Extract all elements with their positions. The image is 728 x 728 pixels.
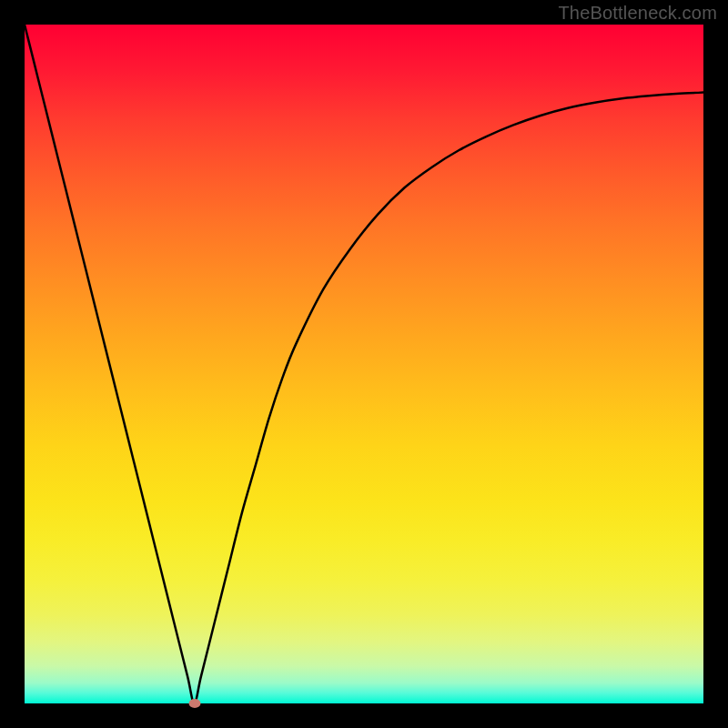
chart-frame	[25, 25, 703, 703]
site-watermark: TheBottleneck.com	[558, 3, 717, 24]
minimum-marker	[188, 699, 200, 708]
bottleneck-curve	[25, 25, 703, 703]
